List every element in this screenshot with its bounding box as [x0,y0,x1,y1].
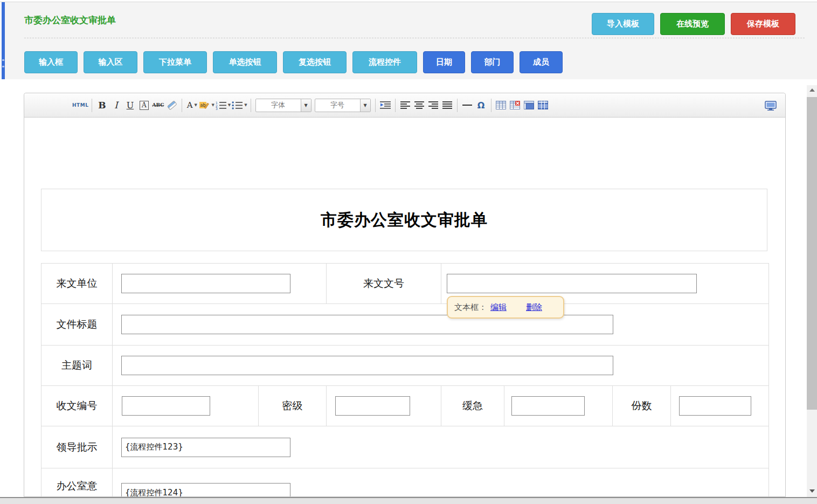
tooltip-label: 文本框： [454,302,487,313]
table-row: 来文单位 来文文号 [41,264,769,304]
field-label: 密级 [259,386,327,426]
import-template-button[interactable]: 导入模板 [592,13,654,35]
html-source-icon[interactable]: HTML [72,98,89,112]
horizontal-rule-icon[interactable] [460,98,474,112]
edit-link[interactable]: 编辑 [490,302,507,313]
control-checkbox-button[interactable]: 复选按钮 [283,51,347,73]
incoming-doc-number-input[interactable] [447,274,697,293]
field-label: 份数 [613,386,671,426]
field-label: 办公室意 [41,468,113,497]
table-row: 主题词 [41,346,769,386]
editor-toolbar: HTML B I U A ABC A▼ ab ▼ 123 ▼ ▼ [24,93,785,118]
approval-form-table: 来文单位 来文文号 文件标题 主题词 收文编号 密级 [41,263,769,496]
form-builder-header: 市委办公室收文审批单 导入模板 在线预览 保存模板 输入框 输入区 下拉菜单 单… [5,2,817,79]
control-department-button[interactable]: 部门 [471,51,514,73]
delete-table-icon[interactable] [508,98,522,112]
toolbar-separator [92,99,92,112]
indent-icon[interactable] [378,98,392,112]
receipt-number-input[interactable] [122,396,210,416]
vertical-scrollbar[interactable] [807,85,817,497]
field-label: 来文文号 [327,264,441,304]
font-size-select[interactable]: 字号 ▼ [315,99,371,112]
table-row: 文件标题 [41,304,769,346]
underline-icon[interactable]: U [123,98,137,112]
cut-off-panel-icon [2,59,4,61]
toolbar-separator [375,99,376,112]
align-right-icon[interactable] [426,98,440,112]
delete-link[interactable]: 删除 [526,302,542,313]
font-family-select[interactable]: 字体 ▼ [255,99,311,112]
rich-text-editor: HTML B I U A ABC A▼ ab ▼ 123 ▼ ▼ [24,93,786,497]
document-title-cell: 市委办公室收文审批单 [41,189,767,251]
control-radio-button[interactable]: 单选按钮 [213,51,277,73]
control-flow-widget-button[interactable]: 流程控件 [352,51,417,73]
scroll-up-arrow-icon[interactable] [807,85,817,95]
fullscreen-monitor-icon[interactable] [764,99,778,113]
incoming-unit-input[interactable] [121,274,290,293]
online-preview-button[interactable]: 在线预览 [660,13,725,35]
bottom-scroll-strip [0,497,817,504]
document-title: 市委办公室收文审批单 [321,209,488,231]
control-member-button[interactable]: 成员 [520,51,563,73]
toolbar-separator [395,99,396,112]
scrollbar-thumb[interactable] [807,97,817,410]
toolbar-separator [251,99,251,112]
bullet-list-icon[interactable]: ▼ [231,98,247,112]
toolbar-separator [491,99,491,112]
field-label: 领导批示 [41,426,113,468]
table-row: 收文编号 密级 缓急 份数 [41,386,769,426]
table-properties-icon[interactable] [522,98,536,112]
chevron-down-icon[interactable]: ▼ [301,99,311,112]
eraser-icon[interactable] [165,98,179,112]
subject-words-input[interactable] [121,356,613,375]
widget-context-tooltip: 文本框： 编辑 删除 [447,296,564,319]
leader-comments-input[interactable] [121,438,290,457]
special-character-icon[interactable]: Ω [474,98,488,112]
screen: 市委办公室收文审批单 导入模板 在线预览 保存模板 输入框 输入区 下拉菜单 单… [0,0,817,504]
editor-canvas[interactable]: 市委办公室收文审批单 来文单位 来文文号 文件标题 主 [24,118,785,496]
italic-icon[interactable]: I [109,98,123,112]
scroll-down-arrow-icon[interactable] [807,486,817,496]
boxed-a-icon[interactable]: A [137,98,151,112]
align-left-icon[interactable] [398,98,412,112]
chevron-down-icon[interactable]: ▼ [360,99,370,112]
copies-count-input[interactable] [679,396,751,416]
page-title: 市委办公室收文审批单 [24,14,116,26]
field-label: 缓急 [441,386,504,426]
svg-text:3: 3 [216,107,218,110]
cell-properties-icon[interactable] [536,98,550,112]
highlight-color-icon[interactable]: ab ▼ [199,98,214,112]
align-justify-icon[interactable] [440,98,454,112]
field-label: 来文单位 [41,264,113,304]
ordered-list-icon[interactable]: 123 ▼ [215,98,231,112]
bold-icon[interactable]: B [95,98,109,112]
table-row: 领导批示 [41,426,769,468]
strikethrough-icon[interactable]: ABC [151,98,165,112]
insert-table-icon[interactable] [494,98,508,112]
office-opinion-input[interactable] [121,483,290,496]
field-label: 收文编号 [41,386,113,426]
form-control-palette: 输入框 输入区 下拉菜单 单选按钮 复选按钮 流程控件 日期 部门 成员 [24,51,563,73]
dashed-divider [24,38,805,38]
control-textarea-button[interactable]: 输入区 [84,51,137,73]
control-dropdown-button[interactable]: 下拉菜单 [143,51,207,73]
save-template-button[interactable]: 保存模板 [731,13,795,35]
toolbar-separator [182,99,182,112]
field-label: 文件标题 [41,304,113,346]
toolbar-separator [457,99,458,112]
field-label: 主题词 [41,346,113,386]
secrecy-level-input[interactable] [335,396,410,416]
table-row: 办公室意 [41,468,769,497]
urgency-input[interactable] [511,396,585,416]
control-date-button[interactable]: 日期 [423,51,465,73]
template-actions: 导入模板 在线预览 保存模板 [592,13,795,35]
align-center-icon[interactable] [412,98,426,112]
control-input-box-button[interactable]: 输入框 [24,51,78,73]
cut-off-panel-icon [2,66,4,67]
font-color-icon[interactable]: A▼ [185,98,199,112]
